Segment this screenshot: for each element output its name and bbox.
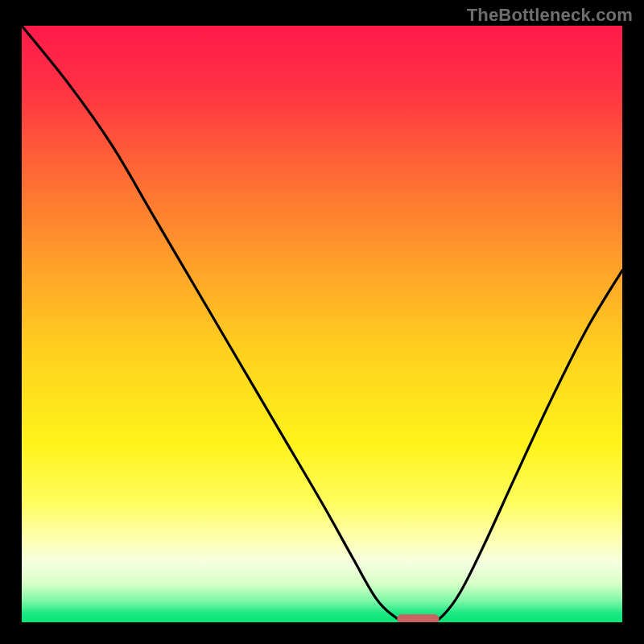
plot-area [22, 26, 622, 622]
chart-container: TheBottleneck.com [0, 0, 644, 644]
chart-background [22, 26, 622, 622]
chart-svg [22, 26, 622, 622]
optimal-range-marker [397, 614, 439, 622]
watermark-label: TheBottleneck.com [467, 5, 633, 26]
